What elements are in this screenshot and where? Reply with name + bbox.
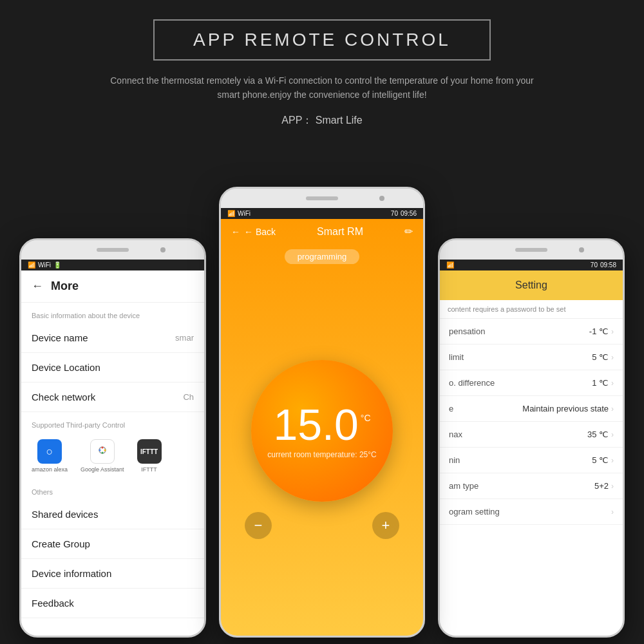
subtitle-text: Connect the thermostat remotely via a Wi…: [110, 73, 534, 102]
shared-devices-label: Shared devices: [32, 509, 98, 520]
signal-icon: 📶: [28, 261, 35, 269]
device-name-value: smar: [175, 333, 194, 343]
camera-right: [579, 247, 584, 252]
phone-notch-bar-right: [440, 240, 623, 260]
temp-circle: 15.0 °C current room temperature: 25°C: [251, 360, 393, 502]
programming-badge: programming: [285, 249, 360, 264]
camera-left: [160, 247, 166, 252]
plus-btn[interactable]: +: [372, 512, 399, 539]
basic-info-label: Basic information about the device: [21, 303, 204, 323]
battery-right-icon: 70: [591, 261, 598, 269]
alexa-icon: ○: [37, 439, 62, 464]
setting-item-min[interactable]: nin 5 ℃ ›: [440, 448, 623, 473]
device-location-item[interactable]: Device Location: [21, 353, 204, 383]
temp-unit: °C: [361, 413, 371, 423]
setting-item-max[interactable]: nax 35 ℃ ›: [440, 422, 623, 448]
setting-item-gram-setting[interactable]: ogram setting ›: [440, 499, 623, 525]
main-title: APP REMOTE CONTROL: [193, 30, 451, 50]
ifttt-icon: IFTTT: [137, 439, 162, 464]
check-network-item[interactable]: Check network Ch: [21, 383, 204, 412]
compensation-value: -1 ℃: [589, 327, 609, 336]
check-network-label: Check network: [32, 392, 95, 402]
chevron-limit: ›: [611, 353, 614, 362]
minus-btn[interactable]: −: [245, 512, 272, 539]
min-label: nin: [449, 455, 592, 465]
phone-notch-bar-left: [21, 240, 204, 260]
time-right: 09:58: [600, 261, 616, 269]
setting-title: Setting: [515, 279, 547, 291]
device-info-item[interactable]: Device information: [21, 559, 204, 589]
temp-circle-container: 15.0 °C current room temperature: 25°C −…: [221, 269, 423, 629]
state-label: e: [449, 404, 522, 413]
gram-type-value: 5+2: [594, 481, 609, 491]
alexa-item[interactable]: ○ amazon alexa: [32, 439, 68, 473]
svg-point-1: [99, 450, 100, 451]
shared-devices-item[interactable]: Shared devices: [21, 500, 204, 529]
limit-label: limit: [449, 352, 592, 362]
ifttt-label: IFTTT: [141, 466, 157, 473]
chevron-difference: ›: [611, 379, 614, 388]
max-label: nax: [449, 430, 587, 439]
ifttt-item[interactable]: IFTTT IFTTT: [137, 439, 162, 473]
status-center-right: 70 09:56: [391, 210, 417, 217]
status-left-icons: 📶 WiFi 🔋: [28, 261, 61, 269]
setting-item-limit[interactable]: limit 5 ℃ ›: [440, 345, 623, 370]
device-name-item[interactable]: Device name smar: [21, 323, 204, 353]
compensation-label: pensation: [449, 327, 589, 336]
feedback-item[interactable]: Feedback: [21, 589, 204, 618]
more-screen-title: More: [51, 279, 79, 293]
third-party-section: ○ amazon alexa Google Assistant IFTTT IF…: [21, 433, 204, 479]
google-icon: [90, 439, 115, 464]
svg-point-2: [101, 447, 103, 449]
setting-item-gram-type[interactable]: am type 5+2 ›: [440, 473, 623, 499]
chevron-max: ›: [611, 430, 614, 439]
back-text-center: ← Back: [244, 227, 276, 237]
temp-value: 15.0: [273, 402, 358, 446]
phones-wrapper: 📶 WiFi 🔋 ← More Basic information about …: [0, 153, 644, 644]
device-name-label: Device name: [32, 332, 88, 343]
status-center-left: 📶 WiFi: [227, 210, 251, 217]
title-box: APP REMOTE CONTROL: [153, 19, 491, 61]
chevron-compensation: ›: [611, 327, 614, 336]
setting-item-difference[interactable]: o. difference 1 ℃ ›: [440, 370, 623, 396]
google-item[interactable]: Google Assistant: [80, 439, 124, 473]
back-arrow-left[interactable]: ←: [32, 279, 43, 293]
phone-left: 📶 WiFi 🔋 ← More Basic information about …: [19, 238, 206, 638]
status-right-right: 70 09:58: [591, 261, 616, 269]
back-arrow-center: ←: [231, 227, 240, 237]
app-label: APP： Smart Life: [281, 114, 362, 128]
min-value: 5 ℃: [592, 455, 609, 465]
wifi-icon: WiFi: [38, 261, 51, 269]
chevron-min: ›: [611, 456, 614, 465]
gram-type-label: am type: [449, 481, 594, 491]
edit-icon-center[interactable]: ✏: [404, 225, 413, 238]
page-container: APP REMOTE CONTROL Connect the thermosta…: [0, 0, 644, 644]
smart-rm-title: Smart RM: [317, 226, 363, 238]
alexa-label: amazon alexa: [32, 466, 68, 473]
create-group-item[interactable]: Create Group: [21, 529, 204, 559]
smart-rm-spacer: [221, 629, 423, 638]
setting-item-state[interactable]: e Maintain previous state ›: [440, 396, 623, 422]
setting-note: content requires a password to be set: [440, 300, 623, 319]
battery-center-icon: 70: [391, 210, 398, 217]
battery-icon: 🔋: [53, 261, 61, 269]
create-group-label: Create Group: [32, 538, 90, 549]
more-content: Basic information about the device Devic…: [21, 303, 204, 638]
setting-header: Setting: [440, 270, 623, 300]
temp-wrapper: 15.0 °C current room temperature: 25°C −…: [245, 360, 399, 539]
difference-value: 1 ℃: [592, 378, 609, 388]
phone-center: 📶 WiFi 70 09:56 ← ← Back Smart RM ✏: [219, 187, 425, 638]
setting-item-compensation[interactable]: pensation -1 ℃ ›: [440, 319, 623, 345]
temp-display: 15.0 °C: [273, 402, 370, 446]
status-bar-center: 📶 WiFi 70 09:56: [221, 208, 423, 219]
smart-rm-header: ← ← Back Smart RM ✏: [221, 219, 423, 244]
speaker-right: [515, 248, 547, 252]
speaker-center: [306, 196, 338, 200]
device-location-label: Device Location: [32, 362, 100, 373]
check-network-value: Ch: [183, 392, 194, 402]
temp-controls: − +: [245, 512, 399, 539]
google-label: Google Assistant: [80, 466, 124, 473]
limit-value: 5 ℃: [592, 352, 609, 362]
wifi-center-icon: WiFi: [238, 210, 251, 217]
back-btn-center[interactable]: ← ← Back: [231, 227, 276, 237]
